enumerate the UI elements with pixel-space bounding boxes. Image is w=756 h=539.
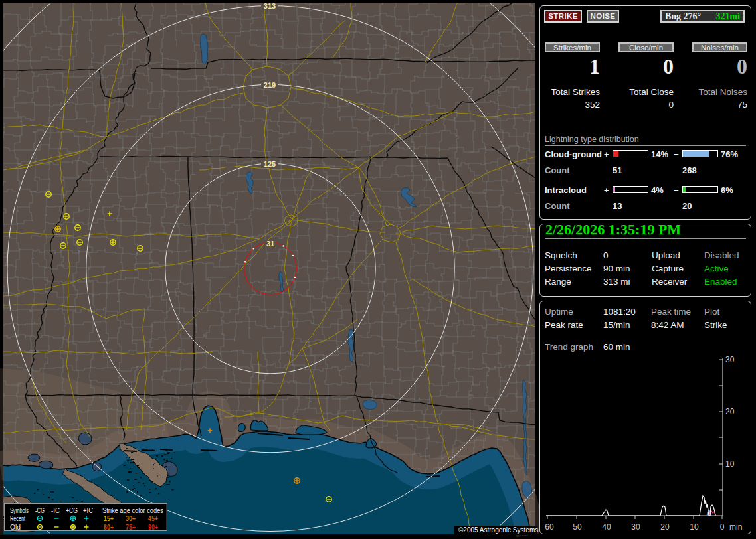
svg-text:40: 40 xyxy=(602,522,611,532)
svg-text:60+: 60+ xyxy=(104,524,114,531)
svg-text:-CG: -CG xyxy=(35,507,45,514)
svg-text:+IC: +IC xyxy=(83,507,93,514)
svg-text:15+: 15+ xyxy=(104,515,114,522)
svg-text:Strike age color codes: Strike age color codes xyxy=(102,507,163,514)
svg-text:10: 10 xyxy=(725,459,735,469)
svg-text:0: 0 xyxy=(720,522,725,532)
svg-text:50: 50 xyxy=(573,522,582,532)
svg-text:10: 10 xyxy=(690,522,699,532)
svg-text:20: 20 xyxy=(660,522,670,532)
svg-text:20: 20 xyxy=(725,407,735,416)
svg-text:Symbols: Symbols xyxy=(10,507,29,514)
svg-text:30: 30 xyxy=(631,522,640,532)
svg-text:Recent: Recent xyxy=(10,515,25,522)
svg-text:90+: 90+ xyxy=(148,524,158,531)
svg-text:75+: 75+ xyxy=(126,524,136,531)
svg-text:30+: 30+ xyxy=(126,515,136,522)
svg-text:+CG: +CG xyxy=(66,507,78,514)
svg-text:30: 30 xyxy=(725,355,735,364)
svg-text:45+: 45+ xyxy=(148,515,158,522)
svg-text:Old: Old xyxy=(10,524,21,531)
svg-text:60: 60 xyxy=(545,522,554,532)
svg-text:-IC: -IC xyxy=(51,507,60,514)
svg-text:min: min xyxy=(729,522,742,532)
